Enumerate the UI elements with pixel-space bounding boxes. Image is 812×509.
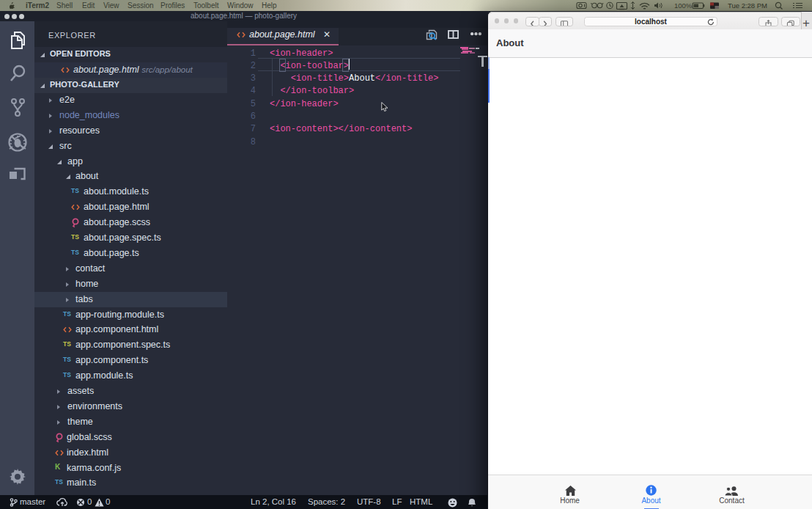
svg-text:100%: 100% [674, 1, 693, 10]
svg-text:Tue 2:28 PM: Tue 2:28 PM [728, 1, 767, 10]
